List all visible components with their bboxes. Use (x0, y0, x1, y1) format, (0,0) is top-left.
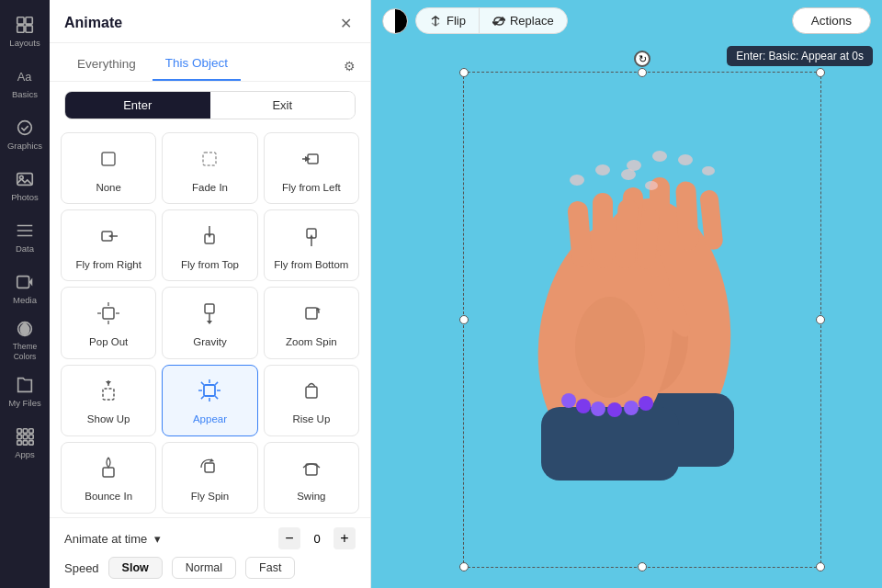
sidebar-item-apps[interactable]: Apps (5, 419, 45, 467)
tab-everything[interactable]: Everything (64, 51, 149, 80)
bottom-controls: Animate at time ▾ − 0 + Speed Slow Norma… (50, 517, 370, 588)
show-up-icon (96, 378, 121, 408)
svg-point-82 (621, 169, 636, 180)
svg-rect-22 (308, 154, 318, 164)
canvas-object-wrapper[interactable]: ↻ (463, 72, 821, 568)
panel-tabs: Everything This Object ⚙ (50, 43, 370, 82)
animate-time-row: Animate at time ▾ − 0 + (64, 527, 356, 549)
dropdown-arrow: ▾ (154, 532, 161, 546)
anim-fly-top[interactable]: Fly from Top (162, 209, 257, 281)
anim-fly-spin-label: Fly Spin (191, 491, 230, 502)
enter-button[interactable]: Enter (65, 92, 210, 119)
media-label: Media (13, 295, 37, 305)
svg-rect-12 (23, 429, 28, 434)
fly-bottom-icon (299, 223, 324, 254)
animation-grid: None Fade In Fly from Left Fly from Righ… (50, 129, 370, 517)
svg-rect-59 (306, 464, 317, 475)
svg-marker-32 (310, 234, 313, 238)
pop-out-icon (96, 300, 121, 331)
speed-row: Speed Slow Normal Fast (64, 557, 356, 579)
anim-fade-in[interactable]: Fade In (162, 132, 257, 204)
svg-point-88 (607, 402, 622, 417)
anim-zoom-spin-label: Zoom Spin (286, 336, 337, 347)
sidebar-item-photos[interactable]: Photos (5, 162, 45, 209)
anim-fly-bottom[interactable]: Fly from Bottom (264, 209, 359, 281)
sidebar-item-media[interactable]: Media (5, 265, 45, 312)
speed-slow-button[interactable]: Slow (108, 557, 163, 579)
replace-icon (492, 15, 505, 28)
anim-show-up[interactable]: Show Up (61, 365, 156, 436)
anim-fly-right[interactable]: Fly from Right (61, 209, 156, 281)
anim-swing-label: Swing (297, 491, 325, 502)
replace-button[interactable]: Replace (480, 8, 567, 33)
exit-button[interactable]: Exit (210, 92, 356, 119)
photos-label: Photos (11, 192, 39, 202)
anim-pop-out[interactable]: Pop Out (61, 287, 156, 358)
svg-point-81 (595, 164, 610, 175)
color-swatch[interactable] (382, 8, 408, 34)
anim-fly-spin[interactable]: Fly Spin (162, 442, 257, 514)
fly-left-icon (299, 146, 324, 176)
time-stepper: − 0 + (278, 527, 356, 549)
layouts-label: Layouts (9, 38, 40, 48)
tab-this-object[interactable]: This Object (153, 51, 241, 81)
anim-fly-left[interactable]: Fly from Left (264, 132, 359, 204)
anim-swing[interactable]: Swing (264, 442, 359, 514)
time-decrement-button[interactable]: − (278, 527, 300, 549)
left-sidebar: Layouts Aa Basics Graphics Photos Data M… (0, 0, 50, 588)
my-files-icon (15, 375, 35, 395)
fly-spin-icon (197, 455, 222, 485)
svg-rect-8 (17, 277, 29, 288)
close-button[interactable]: ✕ (335, 13, 356, 33)
sidebar-item-my-files[interactable]: My Files (5, 368, 45, 415)
svg-rect-38 (205, 304, 214, 313)
sidebar-item-basics[interactable]: Aa Basics (5, 59, 45, 107)
anim-appear[interactable]: Appear (162, 365, 257, 436)
svg-marker-29 (208, 234, 211, 238)
svg-rect-56 (103, 468, 114, 477)
apps-icon (15, 426, 35, 447)
svg-rect-57 (205, 463, 214, 472)
anim-none[interactable]: None (61, 132, 156, 204)
svg-rect-15 (23, 435, 28, 439)
svg-rect-76 (593, 193, 613, 268)
photos-icon (15, 169, 35, 189)
hands-svg (468, 81, 817, 559)
anim-rise-up[interactable]: Rise Up (264, 365, 359, 436)
actions-button[interactable]: Actions (792, 7, 871, 34)
svg-point-80 (570, 175, 584, 186)
graphics-icon (15, 118, 35, 138)
sidebar-item-layouts[interactable]: Layouts (5, 7, 45, 55)
time-increment-button[interactable]: + (334, 527, 356, 549)
replace-label: Replace (510, 14, 554, 28)
tooltip: Enter: Basic: Appear at 0s (727, 46, 873, 66)
flip-replace-group: Flip Replace (415, 7, 568, 34)
appear-icon (197, 378, 222, 408)
svg-rect-19 (29, 441, 34, 446)
sidebar-item-data[interactable]: Data (5, 213, 45, 261)
none-icon (96, 146, 121, 176)
speed-fast-button[interactable]: Fast (245, 557, 295, 579)
anim-fade-in-label: Fade In (192, 182, 228, 193)
anim-bounce-in[interactable]: Bounce In (61, 442, 156, 514)
flip-button[interactable]: Flip (416, 8, 480, 33)
svg-rect-21 (203, 153, 216, 165)
animate-panel: Animate ✕ Everything This Object ⚙ Enter… (50, 0, 371, 588)
svg-rect-18 (23, 441, 28, 446)
swing-icon (299, 455, 324, 485)
svg-point-69 (652, 151, 667, 162)
rotate-handle[interactable]: ↻ (634, 51, 650, 67)
animate-time-dropdown[interactable]: ▾ (154, 532, 161, 546)
anim-gravity-label: Gravity (193, 336, 226, 347)
svg-marker-45 (106, 381, 111, 385)
anim-fly-left-label: Fly from Left (282, 182, 341, 193)
anim-zoom-spin[interactable]: Zoom Spin (264, 287, 359, 358)
sidebar-item-theme-colors[interactable]: Theme Colors (5, 316, 45, 364)
graphics-label: Graphics (7, 141, 42, 151)
animate-time-label: Animate at time (64, 532, 147, 546)
sidebar-item-graphics[interactable]: Graphics (5, 110, 45, 158)
anim-gravity[interactable]: Gravity (162, 287, 257, 358)
my-files-label: My Files (8, 398, 40, 408)
speed-normal-button[interactable]: Normal (172, 557, 236, 579)
settings-gear-button[interactable]: ⚙ (344, 59, 356, 74)
